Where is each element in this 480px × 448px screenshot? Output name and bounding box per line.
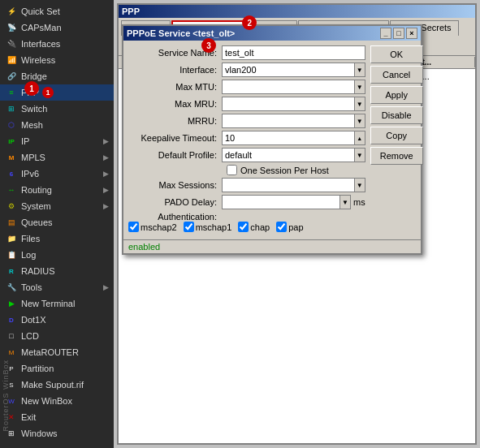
sidebar-item-bridge[interactable]: 🔗 Bridge xyxy=(0,68,114,84)
interfaces-icon: 🔌 xyxy=(5,37,18,50)
brand-text: RouterOS WinBox xyxy=(2,360,10,432)
metarouter-icon: M xyxy=(5,346,18,359)
mschap1-checkbox[interactable] xyxy=(184,222,194,232)
sidebar-item-metarouter[interactable]: M MetaROUTER xyxy=(0,344,114,360)
sidebar-item-partition[interactable]: P Partition xyxy=(0,360,114,377)
sidebar-label-ppp: PPP xyxy=(21,88,39,97)
apply-button[interactable]: Apply xyxy=(370,86,423,104)
sidebar-item-radius[interactable]: R RADIUS xyxy=(0,263,114,279)
dialog-close-button[interactable]: × xyxy=(406,28,417,39)
tools-icon: 🔧 xyxy=(5,281,18,294)
sidebar-label-dot1x: Dot1X xyxy=(21,315,46,325)
sidebar-item-capsman[interactable]: 📡 CAPsMan xyxy=(0,19,114,36)
cancel-button[interactable]: Cancel xyxy=(370,66,423,84)
system-arrow: ▶ xyxy=(103,202,109,210)
sidebar-item-queues[interactable]: ▤ Queues xyxy=(0,214,114,230)
ok-button[interactable]: OK xyxy=(370,45,423,63)
pap-label: pap xyxy=(288,222,303,232)
interface-row: Interface: ▼ xyxy=(128,62,365,77)
sidebar-item-dot1x[interactable]: D Dot1X xyxy=(0,312,114,328)
dialog-minimize-button[interactable]: _ xyxy=(380,28,391,39)
files-icon: 📁 xyxy=(5,232,18,245)
switch-icon: ⊞ xyxy=(5,102,18,115)
dialog-maximize-button[interactable]: □ xyxy=(393,28,404,39)
sidebar-item-ip[interactable]: IP IP ▶ xyxy=(0,133,114,149)
max-sessions-input[interactable] xyxy=(222,178,354,192)
sidebar-nav: ⚡ Quick Set 📡 CAPsMan 🔌 Interfaces 📶 Wir… xyxy=(0,0,114,442)
max-mru-dropdown-btn[interactable]: ▼ xyxy=(354,97,365,111)
max-mru-row: Max MRU: ▼ xyxy=(128,97,365,111)
dialog-body: Service Name: Interface: ▼ Max MTU: xyxy=(123,41,421,239)
disable-button[interactable]: Disable xyxy=(370,106,423,124)
one-session-row: One Session Per Host xyxy=(128,165,365,175)
sidebar-label-metarouter: MetaROUTER xyxy=(21,347,79,357)
pppoe-dialog: PPPoE Service <test_olt> _ □ × Service N… xyxy=(122,24,422,255)
mrru-dropdown-btn[interactable]: ▼ xyxy=(354,114,365,128)
sidebar: ⚡ Quick Set 📡 CAPsMan 🔌 Interfaces 📶 Wir… xyxy=(0,0,114,448)
one-session-label: One Session Per Host xyxy=(240,166,329,175)
max-mtu-dropdown-btn[interactable]: ▼ xyxy=(354,80,365,94)
mpls-icon: M xyxy=(5,151,18,164)
sidebar-item-new-terminal[interactable]: ▶ New Terminal xyxy=(0,295,114,312)
keepalive-row: Keepalive Timeout: ▲ xyxy=(128,131,365,145)
max-mru-input[interactable] xyxy=(222,97,354,111)
pado-field: ▼ xyxy=(222,195,351,209)
sidebar-label-interfaces: Interfaces xyxy=(21,39,60,49)
default-profile-input[interactable] xyxy=(222,148,354,162)
sidebar-item-mesh[interactable]: ⬡ Mesh xyxy=(0,117,114,133)
sidebar-label-switch: Switch xyxy=(21,104,47,114)
sidebar-label-make-supout: Make Supout.rif xyxy=(21,380,84,390)
service-name-row: Service Name: xyxy=(128,45,365,60)
sidebar-item-system[interactable]: ⚙ System ▶ xyxy=(0,198,114,214)
max-mru-label: Max MRU: xyxy=(128,99,222,109)
chap-checkbox[interactable] xyxy=(238,222,249,232)
sidebar-item-files[interactable]: 📁 Files xyxy=(0,230,114,247)
sidebar-label-tools: Tools xyxy=(21,282,42,292)
pado-dropdown-btn[interactable]: ▼ xyxy=(339,195,351,209)
mschap2-checkbox[interactable] xyxy=(128,222,139,232)
max-mtu-input[interactable] xyxy=(222,80,354,94)
mrru-label: MRRU: xyxy=(128,116,222,126)
sidebar-item-lcd[interactable]: □ LCD xyxy=(0,328,114,344)
sidebar-item-mpls[interactable]: M MPLS ▶ xyxy=(0,149,114,166)
sidebar-item-routing[interactable]: ↔ Routing ▶ xyxy=(0,182,114,198)
max-sessions-dropdown-btn[interactable]: ▼ xyxy=(354,178,365,192)
sidebar-item-tools[interactable]: 🔧 Tools ▶ xyxy=(0,279,114,295)
remove-button[interactable]: Remove xyxy=(370,147,423,165)
pado-input[interactable] xyxy=(222,195,339,209)
sidebar-item-interfaces[interactable]: 🔌 Interfaces xyxy=(0,36,114,52)
sidebar-item-wireless[interactable]: 📶 Wireless xyxy=(0,52,114,68)
pap-checkbox[interactable] xyxy=(276,222,287,232)
sidebar-item-quick-set[interactable]: ⚡ Quick Set xyxy=(0,3,114,19)
keepalive-dropdown-btn[interactable]: ▲ xyxy=(354,131,365,145)
sidebar-label-log: Log xyxy=(21,250,36,260)
interface-label: Interface: xyxy=(128,65,222,75)
sidebar-label-lcd: LCD xyxy=(21,331,39,341)
sidebar-label-mesh: Mesh xyxy=(21,120,43,130)
interface-input[interactable] xyxy=(222,62,354,77)
one-session-checkbox[interactable] xyxy=(227,165,237,175)
sidebar-item-new-winbox[interactable]: W New WinBox xyxy=(0,393,114,409)
sidebar-item-switch[interactable]: ⊞ Switch xyxy=(0,101,114,117)
keepalive-input[interactable] xyxy=(222,131,354,145)
default-profile-dropdown-btn[interactable]: ▼ xyxy=(354,148,365,162)
mschap1-label: mschap1 xyxy=(196,222,232,232)
sidebar-label-wireless: Wireless xyxy=(21,55,55,65)
sidebar-item-log[interactable]: 📋 Log xyxy=(0,247,114,263)
sidebar-item-exit[interactable]: ✕ Exit xyxy=(0,409,114,425)
service-name-input[interactable] xyxy=(222,45,365,60)
auth-checks: mschap2 mschap1 chap xyxy=(128,222,304,232)
sidebar-item-make-supout[interactable]: S Make Supout.rif xyxy=(0,377,114,393)
default-profile-field: ▼ xyxy=(222,148,365,162)
sidebar-item-windows[interactable]: ⊞ Windows xyxy=(0,425,114,442)
sidebar-item-ppp[interactable]: ≡ PPP 1 1 xyxy=(0,84,114,101)
sidebar-item-ipv6[interactable]: 6 IPv6 ▶ xyxy=(0,166,114,182)
interface-dropdown-btn[interactable]: ▼ xyxy=(354,62,365,77)
sidebar-label-system: System xyxy=(21,201,51,211)
max-sessions-label: Max Sessions: xyxy=(128,180,222,190)
mrru-input[interactable] xyxy=(222,114,354,128)
copy-button[interactable]: Copy xyxy=(370,127,423,144)
sidebar-label-bridge: Bridge xyxy=(21,71,47,81)
ipv6-arrow: ▶ xyxy=(103,170,109,178)
interface-field: ▼ xyxy=(222,62,365,77)
